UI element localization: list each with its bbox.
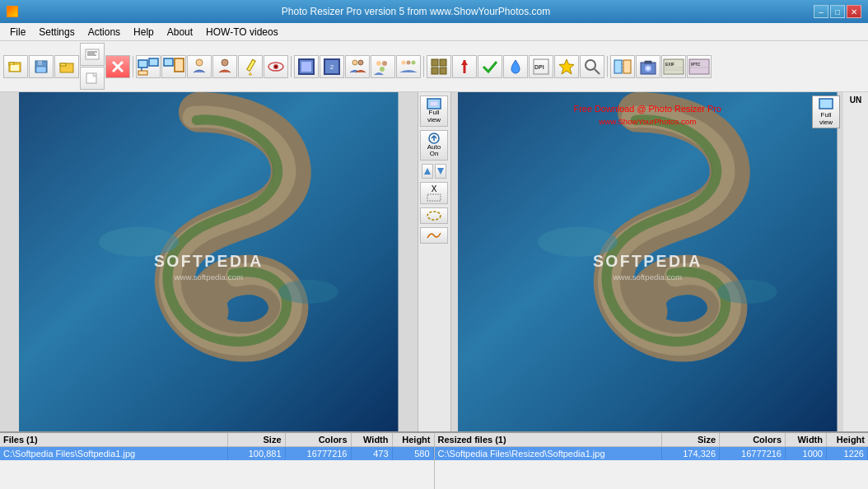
svg-text:IPTC: IPTC [691, 62, 701, 67]
svg-rect-21 [175, 58, 184, 72]
svg-point-40 [412, 60, 416, 64]
tb-save-btn[interactable] [29, 55, 54, 78]
menu-help[interactable]: Help [127, 25, 161, 40]
close-button[interactable]: ✕ [847, 5, 861, 18]
colors-col-header-left: Colors [286, 433, 352, 446]
toolbar-group-2 [80, 43, 105, 90]
tb-dpi-btn[interactable]: DPI [529, 55, 553, 78]
tb-compare-btn[interactable] [610, 55, 635, 78]
tb-magnify-btn[interactable] [580, 55, 604, 78]
toolbar-separator-4 [607, 56, 608, 77]
left-file-row[interactable]: C:\Softpedia Files\Softpedia1.jpg 100,88… [0, 447, 434, 460]
tb-script-btn[interactable] [80, 43, 105, 66]
menu-file[interactable]: File [3, 25, 32, 40]
tb-red-arrow-btn[interactable] [452, 55, 477, 78]
tb-person2-btn[interactable] [212, 55, 237, 78]
un-label-area: UN [843, 92, 868, 431]
height-col-header-right: Height [827, 433, 868, 446]
svg-rect-17 [149, 58, 158, 66]
tb-open-btn[interactable] [3, 55, 28, 78]
tb-people-btn[interactable] [396, 55, 421, 78]
svg-text:2: 2 [330, 63, 334, 71]
tb-delete-btn[interactable] [105, 55, 130, 78]
menu-about[interactable]: About [161, 25, 199, 40]
tb-green-check-btn[interactable] [478, 55, 502, 78]
full-view-right-btn[interactable]: Fullview [812, 95, 840, 128]
tb-person1-btn[interactable] [187, 55, 212, 78]
tb-folder-btn[interactable] [54, 55, 79, 78]
width-col-header-right: Width [786, 433, 827, 446]
svg-rect-1 [9, 63, 14, 65]
svg-rect-41 [432, 59, 438, 66]
right-files-label: Resized files (1) [435, 433, 663, 446]
svg-rect-72 [430, 101, 438, 106]
up-arrow-btn[interactable] [422, 164, 433, 179]
right-height: 1226 [827, 447, 868, 460]
tb-frame-btn[interactable] [294, 55, 319, 78]
svg-rect-16 [138, 60, 147, 68]
tb-exif-btn[interactable]: EXIF [661, 55, 686, 78]
right-file-row[interactable]: C:\Softpedia Files\Resized\Softpedia1.jp… [435, 447, 869, 460]
svg-marker-25 [249, 72, 252, 75]
toolbar-separator-2 [291, 56, 292, 77]
menu-howto[interactable]: HOW-TO videos [199, 25, 285, 40]
svg-point-23 [222, 59, 228, 66]
tb-iptc-btn[interactable]: IPTC [687, 55, 712, 78]
app-logo [7, 6, 18, 17]
file-list: Files (1) Size Colors Width Height C:\So… [0, 431, 868, 489]
svg-point-57 [646, 67, 650, 70]
svg-rect-19 [138, 71, 147, 75]
menu-actions[interactable]: Actions [82, 25, 127, 40]
svg-rect-58 [645, 61, 651, 63]
tb-group-btn[interactable] [371, 55, 395, 78]
svg-point-38 [402, 60, 406, 64]
svg-marker-49 [559, 59, 574, 74]
tb-camera-btn[interactable] [636, 55, 660, 78]
tb-grid-btn[interactable] [427, 55, 451, 78]
svg-point-22 [196, 59, 203, 66]
oval-btn[interactable] [420, 207, 448, 224]
full-view-left-btn[interactable]: Fullview [420, 95, 448, 127]
right-image-svg: Free Download @ Photo Resizer Pro www.Sh… [451, 92, 844, 431]
svg-rect-52 [614, 60, 622, 73]
left-image-svg: SOFTPEDIA www.softpedia.com [0, 92, 418, 431]
un-text: UN [850, 95, 861, 105]
svg-rect-7 [60, 63, 66, 66]
menu-settings[interactable]: Settings [32, 25, 81, 40]
tb-star-btn[interactable] [554, 55, 579, 78]
svg-text:www.softpedia.com: www.softpedia.com [612, 272, 681, 282]
tb-resize-btn[interactable] [136, 55, 161, 78]
tb-water-btn[interactable] [503, 55, 528, 78]
wave-btn[interactable] [420, 227, 448, 244]
right-image-wrapper: Free Download @ Photo Resizer Pro www.Sh… [451, 92, 844, 431]
left-image-wrapper: SOFTPEDIA www.softpedia.com [0, 92, 418, 431]
svg-marker-74 [424, 168, 431, 175]
down-arrow-btn[interactable] [435, 164, 446, 179]
svg-rect-2 [11, 65, 19, 71]
right-filename: C:\Softpedia Files\Resized\Softpedia1.jp… [435, 447, 663, 460]
menu-bar: File Settings Actions Help About HOW-TO … [0, 23, 868, 41]
tb-persons-btn[interactable] [345, 55, 370, 78]
x-icon: X [432, 184, 437, 193]
tb-doc-btn[interactable] [80, 67, 105, 90]
left-width: 473 [352, 447, 393, 460]
size-col-header-left: Size [228, 433, 286, 446]
tb-eye-btn[interactable] [264, 55, 288, 78]
left-file-pane: Files (1) Size Colors Width Height C:\So… [0, 433, 435, 489]
left-image-panel: SOFTPEDIA www.softpedia.com [0, 92, 418, 431]
restore-button[interactable]: □ [830, 5, 845, 18]
right-file-pane: Resized files (1) Size Colors Width Heig… [435, 433, 869, 489]
left-filename: C:\Softpedia Files\Softpedia1.jpg [0, 447, 228, 460]
tb-frame2-btn[interactable]: 2 [320, 55, 344, 78]
auto-btn[interactable]: AutoOn [420, 130, 448, 161]
svg-rect-8 [86, 49, 99, 59]
svg-marker-75 [437, 168, 444, 175]
minimize-button[interactable]: – [814, 5, 828, 18]
svg-rect-42 [440, 59, 446, 66]
x-rect-btn[interactable]: X [420, 182, 448, 204]
svg-line-51 [595, 69, 600, 74]
tb-pencil-btn[interactable] [238, 55, 263, 78]
tb-batch-btn[interactable] [161, 55, 186, 78]
window-controls: – □ ✕ [814, 5, 861, 18]
svg-rect-85 [819, 99, 833, 109]
